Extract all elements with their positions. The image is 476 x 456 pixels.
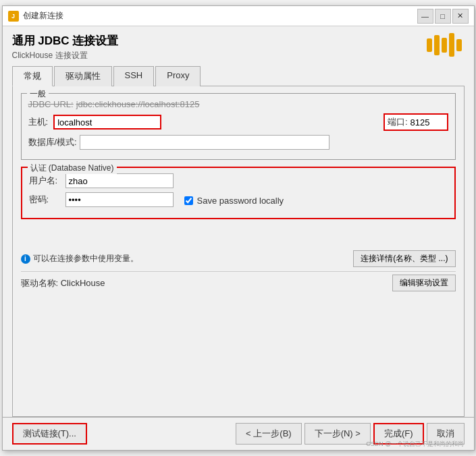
password-label: 密码:: [29, 194, 63, 206]
driver-bar: 驱动名称: ClickHouse 编辑驱动设置: [21, 271, 456, 294]
save-password-label: Save password locally: [197, 196, 284, 206]
jdbc-url-label: JDBC URL:: [28, 99, 74, 109]
tab-general[interactable]: 常规: [12, 66, 53, 86]
db-label: 数据库/模式:: [28, 136, 77, 148]
logo-bar-5: [456, 39, 462, 51]
port-label: 端口:: [388, 116, 408, 128]
close-button[interactable]: ✕: [452, 9, 469, 24]
bottom-bar: 测试链接(T)... < 上一步(B) 下一步(N) > 完成(F) 取消 CS…: [3, 417, 474, 450]
host-port-row: 主机: 端口:: [28, 113, 448, 131]
host-label: 主机:: [28, 116, 49, 128]
tab-ssh[interactable]: SSH: [113, 66, 155, 86]
password-row: 密码: Save password locally: [29, 192, 448, 207]
edit-driver-button[interactable]: 编辑驱动设置: [392, 275, 456, 291]
tabs-row: 常规 驱动属性 SSH Proxy: [12, 65, 465, 86]
port-group: 端口:: [384, 113, 448, 131]
jdbc-url-value: jdbc:clickhouse://localhost:8125: [76, 99, 200, 109]
username-input[interactable]: [65, 173, 174, 188]
next-button[interactable]: 下一步(N) >: [305, 423, 371, 445]
auth-title: 认证 (Database Native): [28, 163, 117, 174]
window-icon: J: [8, 11, 19, 22]
logo-bar-1: [427, 38, 432, 52]
prev-button[interactable]: < 上一步(B): [236, 423, 302, 445]
minimize-button[interactable]: —: [417, 9, 433, 24]
general-section: 一般 JDBC URL: jdbc:clickhouse://localhost…: [21, 93, 456, 160]
username-row: 用户名:: [29, 173, 448, 188]
info-text-row: i 可以在连接参数中使用变量。: [21, 253, 138, 264]
maximize-button[interactable]: □: [435, 9, 451, 24]
test-connection-button[interactable]: 测试链接(T)...: [12, 423, 87, 445]
db-input[interactable]: [80, 135, 329, 150]
title-bar: J 创建新连接 — □ ✕: [3, 6, 474, 26]
jdbc-url-row: JDBC URL: jdbc:clickhouse://localhost:81…: [28, 99, 448, 109]
window-title: 创建新连接: [23, 10, 417, 22]
auth-section: 认证 (Database Native) 用户名: 密码: Save passw…: [21, 167, 456, 219]
host-section: 主机:: [28, 115, 162, 130]
tab-driver[interactable]: 驱动属性: [54, 66, 112, 86]
content-area: 通用 JDBC 连接设置 ClickHouse 连接设置 常规 驱动属性 SSH…: [3, 26, 474, 417]
driver-name: 驱动名称: ClickHouse: [21, 277, 105, 289]
spacer: [21, 226, 456, 246]
header-titles: 通用 JDBC 连接设置 ClickHouse 连接设置: [12, 33, 119, 61]
db-row: 数据库/模式:: [28, 135, 448, 150]
info-message: 可以在连接参数中使用变量。: [33, 253, 138, 264]
logo-bar-4: [449, 33, 454, 57]
logo-bar-2: [434, 35, 440, 55]
save-password-checkbox[interactable]: [184, 196, 193, 205]
tab-proxy[interactable]: Proxy: [155, 66, 201, 86]
main-panel: 一般 JDBC URL: jdbc:clickhouse://localhost…: [12, 86, 465, 417]
info-icon: i: [21, 254, 30, 264]
logo-bar-3: [442, 38, 447, 53]
main-window: J 创建新连接 — □ ✕ 通用 JDBC 连接设置 ClickHouse 连接…: [2, 5, 475, 451]
password-input[interactable]: [65, 192, 174, 207]
info-bar: i 可以在连接参数中使用变量。 连接详情(名称、类型 ...): [21, 246, 456, 271]
watermark: CSDN @一个说自己不是和尚的和尚: [366, 440, 464, 449]
window-controls: — □ ✕: [417, 9, 469, 24]
general-section-title: 一般: [27, 88, 49, 100]
save-password-row: Save password locally: [184, 196, 284, 206]
detail-button[interactable]: 连接详情(名称、类型 ...): [353, 250, 455, 267]
host-input[interactable]: [53, 115, 161, 130]
logo-area: [427, 33, 465, 57]
header-section: 通用 JDBC 连接设置 ClickHouse 连接设置: [12, 33, 465, 61]
port-input[interactable]: [411, 117, 444, 127]
username-label: 用户名:: [29, 175, 63, 187]
main-title: 通用 JDBC 连接设置: [12, 33, 119, 49]
sub-title: ClickHouse 连接设置: [12, 50, 119, 61]
